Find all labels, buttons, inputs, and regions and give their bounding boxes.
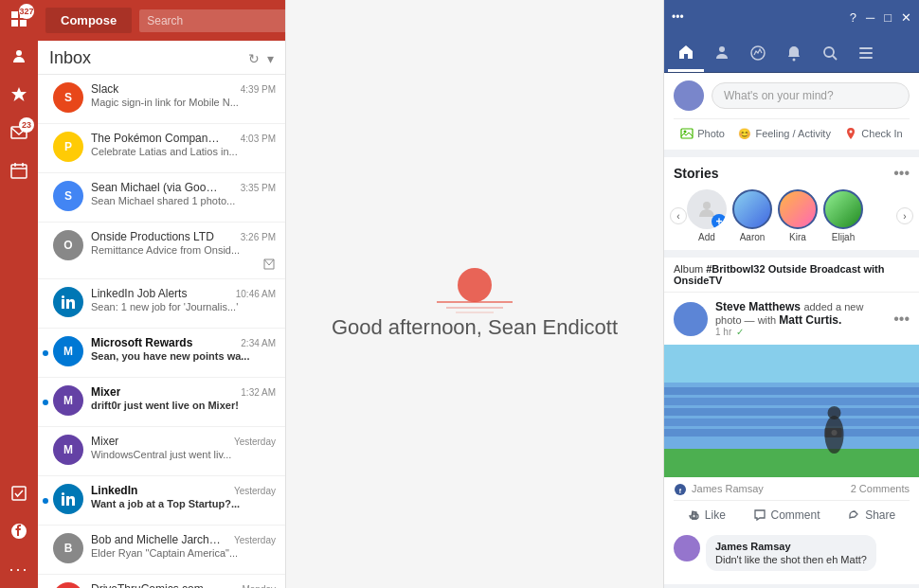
fb-user-avatar — [674, 80, 704, 111]
refresh-icon[interactable]: ↻ — [248, 51, 260, 66]
mail-item[interactable]: M Mixer Yesterday WindowsCentral just we… — [38, 427, 285, 476]
post-author: f James Ramsay — [674, 483, 764, 496]
fb-nav-messenger[interactable] — [740, 34, 776, 72]
mail-avatar — [53, 484, 83, 514]
compose-button[interactable]: Compose — [45, 8, 132, 33]
post-user-name: Steve Matthews added a new photo — with … — [715, 300, 886, 327]
mail-avatar: M — [53, 336, 83, 366]
mail-content: LinkedIn Job Alerts 10:46 AM Sean: 1 new… — [91, 287, 276, 312]
stories-title: Stories — [674, 166, 718, 181]
fb-nav-home[interactable] — [668, 34, 704, 72]
mail-sender: Mixer — [91, 435, 118, 448]
sidebar-icon-mail[interactable]: 23 — [0, 114, 38, 151]
story-aaron[interactable]: Aaron — [732, 189, 772, 242]
like-button[interactable]: Like — [680, 505, 733, 526]
fb-comment-section: James Ramsay Didn't like the shot then e… — [664, 535, 919, 584]
sidebar-icon-people[interactable] — [0, 38, 38, 76]
fb-post-box: What's on your mind? Photo 😊 Feeling / A… — [664, 73, 919, 150]
mail-time: Yesterday — [234, 486, 276, 496]
sort-icon[interactable]: ▾ — [267, 51, 274, 66]
fb-maximize[interactable]: □ — [884, 10, 892, 25]
fb-feeling-action[interactable]: 😊 Feeling / Activity — [732, 125, 836, 142]
inbox-actions: ↻ ▾ — [248, 51, 274, 66]
mail-item[interactable]: O Onside Productions LTD 3:26 PM Remitta… — [38, 223, 285, 279]
mail-item[interactable]: LinkedIn Job Alerts 10:46 AM Sean: 1 new… — [38, 279, 285, 329]
sidebar-icon-more[interactable]: ··· — [0, 550, 38, 588]
mail-avatar: S — [53, 181, 83, 211]
fb-minimize[interactable]: ─ — [866, 10, 874, 25]
post-time: 1 hr ✓ — [715, 327, 886, 337]
stories-next[interactable]: › — [896, 207, 913, 224]
sidebar-icon-calendar[interactable] — [0, 151, 38, 189]
fb-checkin-action[interactable]: Check In — [838, 125, 908, 142]
stories-prev[interactable]: ‹ — [670, 207, 687, 224]
mail-content: The Pokémon Company Internati... 4:03 PM… — [91, 132, 276, 157]
main-content: Good afternoon, Sean Endicott — [286, 0, 663, 588]
svg-rect-42 — [664, 408, 919, 416]
mail-sender: Sean Michael (via Google Photos) — [91, 181, 224, 194]
mail-item[interactable]: D DriveThruComics.com Monday At the dawn… — [38, 575, 285, 588]
svg-point-47 — [828, 406, 841, 419]
fb-nav-notifications[interactable] — [776, 34, 812, 72]
mail-item[interactable]: S Sean Michael (via Google Photos) 3:35 … — [38, 173, 285, 223]
mail-time: 3:35 PM — [241, 183, 276, 193]
story-add-label: Add — [698, 232, 715, 242]
svg-point-4 — [16, 50, 22, 56]
comment-button[interactable]: Comment — [746, 505, 827, 526]
svg-rect-3 — [20, 20, 27, 27]
mail-avatar: O — [53, 230, 83, 260]
mail-content: Mixer Yesterday WindowsCentral just went… — [91, 435, 276, 460]
comment-bubble: James Ramsay Didn't like the shot then e… — [706, 535, 876, 571]
inbox-header: Inbox ↻ ▾ — [38, 41, 285, 75]
svg-rect-45 — [664, 449, 919, 477]
mail-item[interactable]: S Slack 4:39 PM Magic sign-in link for M… — [38, 75, 285, 124]
fb-nav-people[interactable] — [704, 34, 740, 72]
fb-stories: Stories ••• ‹ + Add — [664, 157, 919, 250]
mail-sender: The Pokémon Company Internati... — [91, 132, 224, 145]
post-menu[interactable]: ••• — [893, 311, 910, 328]
story-kira[interactable]: Kira — [778, 189, 818, 242]
mail-item[interactable]: B Bob and Michelle Jarchow Yesterday Eld… — [38, 526, 285, 575]
mail-preview: Elder Ryan "Captain America"... — [91, 547, 276, 559]
mail-item[interactable]: LinkedIn Yesterday Want a job at a Top S… — [38, 476, 285, 526]
story-elijah-name: Elijah — [832, 232, 855, 242]
search-input[interactable] — [139, 9, 297, 32]
fb-post-input[interactable]: What's on your mind? — [712, 82, 910, 109]
mail-item[interactable]: P The Pokémon Company Internati... 4:03 … — [38, 124, 285, 173]
mail-avatar: M — [53, 385, 83, 416]
svg-rect-43 — [664, 419, 919, 426]
story-add[interactable]: + Add — [687, 189, 727, 242]
mail-time: 3:26 PM — [241, 232, 276, 242]
fb-nav-menu[interactable] — [848, 34, 884, 72]
sidebar-icon-favorites[interactable] — [0, 76, 38, 114]
post-comments-count: 2 Comments — [851, 483, 910, 496]
unread-indicator — [43, 498, 48, 504]
svg-point-36 — [684, 131, 687, 134]
mail-content: DriveThruComics.com Monday At the dawn o… — [91, 582, 276, 588]
fb-photo-action[interactable]: Photo — [675, 125, 730, 142]
fb-help[interactable]: ? — [850, 10, 856, 25]
sidebar-icon-facebook[interactable] — [0, 512, 38, 550]
mail-sender: Microsoft Rewards — [91, 336, 192, 349]
fb-nav-search[interactable] — [812, 34, 848, 72]
share-button[interactable]: Share — [840, 505, 903, 526]
svg-rect-2 — [11, 20, 18, 27]
fb-topbar-dots[interactable]: ••• — [672, 10, 684, 24]
svg-line-31 — [833, 56, 837, 60]
sidebar-icon-tasks[interactable] — [0, 474, 38, 512]
svg-rect-35 — [681, 129, 693, 138]
fb-close[interactable]: ✕ — [901, 10, 911, 25]
mail-preview: Sean, you have new points wa... — [91, 350, 276, 362]
comment-author: James Ramsay — [715, 541, 867, 552]
svg-rect-14 — [62, 496, 64, 506]
mail-item[interactable]: M Mixer 1:32 AM drift0r just went live o… — [38, 378, 285, 427]
fb-topbar-right: ? ─ □ ✕ — [850, 10, 911, 25]
mail-content: LinkedIn Yesterday Want a job at a Top S… — [91, 484, 276, 509]
stories-more[interactable]: ••• — [893, 165, 910, 182]
mail-preview: Remittance Advice from Onsid... — [91, 244, 276, 256]
story-elijah[interactable]: Elijah — [823, 189, 863, 242]
story-aaron-name: Aaron — [740, 232, 766, 242]
sidebar-icon-windows[interactable]: 327 — [0, 0, 38, 38]
greeting-icon — [432, 249, 517, 315]
mail-item[interactable]: M Microsoft Rewards 2:34 AM Sean, you ha… — [38, 329, 285, 378]
